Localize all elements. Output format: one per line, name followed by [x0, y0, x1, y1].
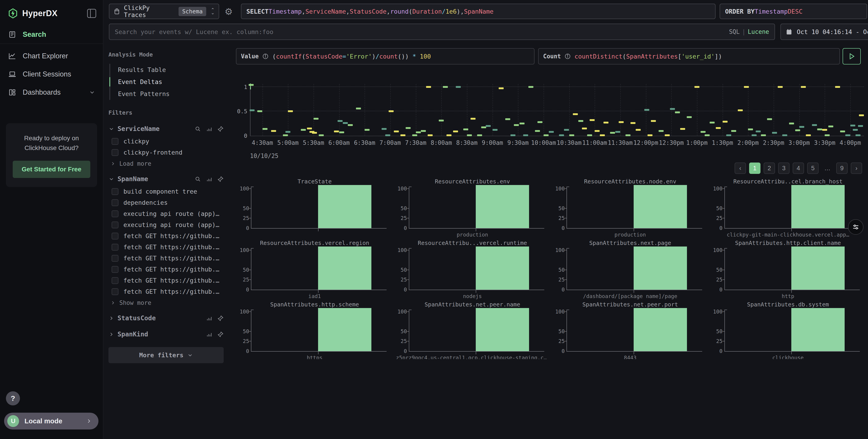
filter-section-actions: [206, 331, 224, 338]
lucene-toggle[interactable]: Lucene: [748, 28, 769, 35]
sql-toggle[interactable]: SQL: [729, 28, 740, 35]
attribute-bar-chart[interactable]: SpanAttributes.net.peer.name 02550100 z5…: [396, 300, 550, 359]
attribute-bar-chart[interactable]: SpanAttributes.net.peer.port 02550100 84…: [553, 300, 707, 359]
date-range-picker[interactable]: Oct 10 04:16:14 - Oct 10 16:16:14: [780, 24, 868, 40]
filter-value-row[interactable]: dependencies: [108, 197, 224, 208]
count-expression-input[interactable]: Count countDistinct(SpanAttributes['user…: [538, 48, 840, 64]
sidebar-item-client-sessions[interactable]: Client Sessions: [0, 65, 103, 83]
chart-bar: [476, 308, 529, 351]
delta-point: [549, 131, 554, 133]
settings-gear-icon[interactable]: ⚙: [225, 6, 233, 17]
collapse-sidebar-icon[interactable]: [87, 9, 96, 18]
sidebar-item-dashboards[interactable]: Dashboards: [0, 83, 103, 101]
pin-icon[interactable]: [217, 176, 224, 182]
filter-section-header[interactable]: ServiceName: [108, 122, 224, 136]
filter-value-row[interactable]: fetch GET https://github.…: [108, 264, 224, 275]
attribute-bar-chart[interactable]: SpanAttributes.next.page 02550100 /dashb…: [553, 239, 707, 300]
filter-checkbox[interactable]: [112, 222, 118, 228]
user-menu[interactable]: U Local mode: [4, 413, 98, 430]
get-started-button[interactable]: Get Started for Free: [13, 161, 90, 178]
attribute-bar-chart[interactable]: ResourceAttributes.vercel.region 0255010…: [238, 239, 392, 300]
source-select[interactable]: ClickPy Traces Schema ⌃⌄: [109, 4, 219, 19]
filter-checkbox[interactable]: [112, 244, 118, 251]
pagination-page-button[interactable]: 5: [807, 163, 818, 174]
attribute-bar-chart[interactable]: ResourceAttributes.env 02550100 producti…: [396, 177, 550, 239]
analysis-mode-item[interactable]: Results Table: [110, 64, 224, 76]
chart-title: SpanAttributes.next.page: [553, 239, 707, 247]
load-more-button[interactable]: Show more: [108, 297, 224, 309]
pagination-page-button[interactable]: 4: [793, 163, 804, 174]
filter-section-header[interactable]: SpanName: [108, 172, 224, 186]
filter-value-row[interactable]: executing api route (app)…: [108, 219, 224, 230]
pagination-page-button[interactable]: 2: [764, 163, 775, 174]
attribute-bar-chart[interactable]: TraceState 02550100: [238, 177, 392, 239]
filter-value-row[interactable]: fetch GET https://github.…: [108, 230, 224, 241]
attribute-bar-chart[interactable]: SpanAttributes.http.scheme 02550100 http…: [238, 300, 392, 359]
y-tick-mark: [722, 208, 724, 209]
filter-value-row[interactable]: clickpy-frontend: [108, 147, 224, 158]
floating-filter-button[interactable]: [848, 219, 864, 235]
analysis-mode-item[interactable]: Event Deltas: [110, 76, 224, 88]
filter-value-row[interactable]: fetch GET https://github.…: [108, 286, 224, 297]
filter-checkbox[interactable]: [112, 210, 118, 217]
pin-icon[interactable]: [217, 315, 224, 321]
filter-value-row[interactable]: clickpy: [108, 136, 224, 147]
filter-checkbox[interactable]: [112, 255, 118, 262]
pin-icon[interactable]: [217, 331, 224, 338]
filter-section-header[interactable]: SpanKind: [108, 327, 224, 341]
pagination-ellipsis[interactable]: …: [822, 163, 833, 174]
attribute-bar-chart[interactable]: ResourceAttribu..cel.branch_host 0255010…: [711, 177, 865, 239]
load-more-button[interactable]: Load more: [108, 158, 224, 170]
filter-checkbox[interactable]: [112, 266, 118, 273]
attribute-bar-chart[interactable]: ResourceAttribu...vercel.runtime 0255010…: [396, 239, 550, 300]
filter-value-row[interactable]: executing api route (app)…: [108, 208, 224, 219]
sidebar-item-chart-explorer[interactable]: Chart Explorer: [0, 47, 103, 65]
pagination-next-button[interactable]: ›: [851, 163, 862, 174]
pagination-page-button[interactable]: 1: [749, 163, 761, 174]
top-bar: ClickPy Traces Schema ⌃⌄ ⚙ SELECT Timest…: [103, 0, 868, 43]
search-input[interactable]: Search your events w/ Lucene ex. column:…: [109, 24, 775, 40]
x-gridline: [467, 84, 467, 136]
x-tick-label: http: [712, 293, 865, 299]
filter-value-row[interactable]: build component tree: [108, 186, 224, 197]
filter-value-row[interactable]: fetch GET https://github.…: [108, 241, 224, 253]
delta-point: [817, 128, 822, 130]
pin-icon[interactable]: [217, 126, 224, 132]
filter-checkbox[interactable]: [112, 199, 118, 206]
select-query-input[interactable]: SELECT Timestamp, ServiceName, StatusCod…: [241, 4, 716, 19]
bar-chart-icon[interactable]: [206, 126, 212, 132]
y-tick-label: 25: [401, 338, 407, 344]
filter-section-header[interactable]: StatusCode: [108, 311, 224, 325]
x-tick-label: 4:30am: [252, 139, 273, 146]
event-deltas-chart[interactable]: 4:30am5:00am5:30am6:00am6:30am7:00am7:30…: [236, 68, 865, 161]
attribute-bar-chart[interactable]: SpanAttributes.db.system 02550100 clickh…: [711, 300, 865, 359]
y-tick-label: 100: [713, 247, 722, 253]
filter-value-row[interactable]: fetch GET https://github.…: [108, 253, 224, 264]
value-expression-input[interactable]: Value (countIf(StatusCode='Error')/count…: [236, 48, 534, 64]
bar-chart-icon[interactable]: [206, 331, 212, 338]
attribute-bar-chart[interactable]: SpanAttributes.http.client.name 02550100…: [711, 239, 865, 300]
delta-point: [439, 120, 444, 121]
search-icon[interactable]: [195, 176, 201, 182]
analysis-mode-item[interactable]: Event Patterns: [110, 88, 224, 100]
more-filters-button[interactable]: More filters: [108, 347, 224, 363]
filter-checkbox[interactable]: [112, 233, 118, 239]
bar-chart-icon[interactable]: [206, 315, 212, 321]
search-icon[interactable]: [195, 126, 201, 132]
run-analysis-button[interactable]: [843, 48, 861, 64]
x-gridline: [620, 84, 621, 136]
attribute-bar-chart[interactable]: ResourceAttributes.node.env 02550100 pro…: [553, 177, 707, 239]
filter-checkbox[interactable]: [112, 138, 118, 145]
sidebar-item-search[interactable]: Search: [0, 25, 103, 44]
filter-checkbox[interactable]: [112, 188, 118, 195]
orderby-input[interactable]: ORDER BY Timestamp DESC: [720, 4, 867, 19]
bar-chart-icon[interactable]: [206, 176, 212, 182]
pagination-prev-button[interactable]: ‹: [735, 163, 746, 174]
filter-checkbox[interactable]: [112, 149, 118, 156]
filter-value-row[interactable]: fetch GET https://github.…: [108, 275, 224, 286]
pagination-page-button[interactable]: 9: [836, 163, 847, 174]
filter-checkbox[interactable]: [112, 288, 118, 295]
pagination-page-button[interactable]: 3: [778, 163, 789, 174]
help-button[interactable]: ?: [6, 391, 20, 405]
filter-checkbox[interactable]: [112, 277, 118, 284]
